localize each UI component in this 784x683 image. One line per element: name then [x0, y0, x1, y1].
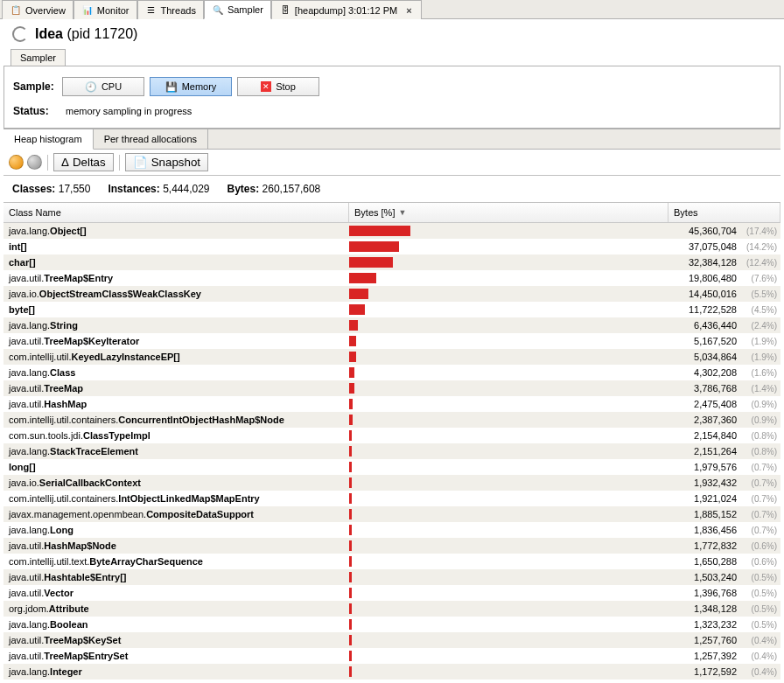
bytes-pct: (0.9%) — [740, 415, 777, 425]
table-row[interactable]: long[]1,979,576(0.7%) — [4, 459, 780, 475]
table-row[interactable]: java.util.Hashtable$Entry[]1,503,240(0.5… — [4, 569, 780, 585]
snapshot-button[interactable]: 📄Snapshot — [125, 153, 208, 171]
close-icon[interactable]: × — [404, 5, 413, 16]
bytes-value: 1,885,152 — [694, 509, 737, 519]
refresh-icon[interactable] — [12, 26, 28, 42]
bytes-value: 1,396,768 — [694, 588, 737, 598]
cell-bar — [349, 509, 668, 519]
table-row[interactable]: int[]37,075,048(14.2%) — [4, 239, 780, 254]
subtab-sampler[interactable]: Sampler — [10, 49, 66, 66]
bytes-bar — [349, 509, 352, 519]
cell-bar — [349, 289, 668, 299]
bytes-bar — [349, 273, 376, 283]
bytes-value: 11,722,528 — [689, 304, 737, 315]
cell-bytes: 1,921,024(0.7%) — [668, 493, 780, 504]
bytes-value: 19,806,480 — [689, 273, 737, 283]
table-row[interactable]: java.lang.Long1,836,456(0.7%) — [4, 522, 780, 538]
table-row[interactable]: javax.management.openmbean.CompositeData… — [4, 506, 780, 522]
table-row[interactable]: java.lang.Integer1,172,592(0.4%) — [4, 664, 780, 680]
cell-bytes: 1,503,240(0.5%) — [668, 572, 780, 582]
bytes-value: 1,650,288 — [694, 556, 737, 567]
bytes-pct: (1.9%) — [740, 337, 777, 346]
cell-bytes: 37,075,048(14.2%) — [668, 241, 780, 252]
table-row[interactable]: java.io.SerialCallbackContext1,932,432(0… — [4, 475, 780, 491]
section-tabs: Heap histogram Per thread allocations — [4, 129, 780, 150]
cell-classname: com.intellij.util.containers.ConcurrentI… — [4, 415, 349, 425]
stats-row: Classes: 17,550 Instances: 5,444,029 Byt… — [4, 176, 780, 203]
table-row[interactable]: java.lang.Boolean1,323,232(0.5%) — [4, 617, 780, 632]
cell-classname: java.lang.Object[] — [4, 226, 349, 236]
stop-button[interactable]: ✕Stop — [237, 77, 319, 96]
table-row[interactable]: java.lang.Object[]45,360,704(17.4%) — [4, 223, 780, 239]
table-row[interactable]: java.util.TreeMap$KeySet1,257,760(0.4%) — [4, 632, 780, 648]
pause-button[interactable] — [27, 155, 42, 170]
col-bytes[interactable]: Bytes — [668, 203, 780, 222]
tab-sampler[interactable]: 🔍Sampler — [204, 0, 271, 19]
tab-monitor[interactable]: 📊Monitor — [74, 0, 137, 19]
tab-per-thread[interactable]: Per thread allocations — [94, 129, 208, 149]
table-row[interactable]: java.io.ObjectStreamClass$WeakClassKey14… — [4, 286, 780, 302]
bytes-pct: (5.5%) — [740, 289, 777, 299]
tab-threads[interactable]: ☰Threads — [137, 0, 204, 19]
tab-heap-histogram[interactable]: Heap histogram — [4, 129, 94, 150]
bytes-pct: (0.7%) — [740, 494, 777, 504]
cell-classname: com.intellij.util.text.ByteArrayCharSequ… — [4, 556, 349, 567]
table-row[interactable]: com.sun.tools.jdi.ClassTypeImpl2,154,840… — [4, 428, 780, 443]
bytes-bar — [349, 477, 352, 488]
table-row[interactable]: com.intellij.util.containers.IntObjectLi… — [4, 491, 780, 506]
deltas-button[interactable]: ΔDeltas — [53, 153, 114, 171]
bytes-bar — [349, 304, 365, 315]
bytes-value: 1,921,024 — [694, 493, 737, 504]
cell-classname: char[] — [4, 257, 349, 268]
separator — [119, 155, 120, 171]
bytes-value: 1,503,240 — [694, 572, 737, 582]
table-row[interactable]: java.util.HashMap$Node1,772,832(0.6%) — [4, 538, 780, 554]
cell-bytes: 32,384,128(12.4%) — [668, 257, 780, 268]
table-row[interactable]: char[]32,384,128(12.4%) — [4, 254, 780, 270]
cell-classname: java.util.HashMap$Node — [4, 540, 349, 551]
cell-bar — [349, 493, 668, 504]
tab-label: [heapdump] 3:01:12 PM — [295, 5, 397, 16]
table-row[interactable]: java.util.TreeMap$Entry19,806,480(7.6%) — [4, 270, 780, 286]
table-row[interactable]: java.util.Vector1,396,768(0.5%) — [4, 585, 780, 601]
col-bytes-pct[interactable]: Bytes [%]▼ — [349, 203, 668, 222]
bytes-bar — [349, 257, 393, 268]
tab-heapdump[interactable]: 🗄[heapdump] 3:01:12 PM× — [271, 0, 422, 19]
table-row[interactable]: java.util.TreeMap$KeyIterator5,167,520(1… — [4, 333, 780, 349]
instances-value: 5,444,029 — [163, 183, 209, 195]
cpu-button[interactable]: 🕘CPU — [62, 77, 144, 96]
cell-classname: java.util.HashMap — [4, 399, 349, 409]
table-row[interactable]: com.intellij.util.containers.ConcurrentI… — [4, 412, 780, 428]
table-row[interactable]: org.jdom.Attribute1,348,128(0.5%) — [4, 601, 780, 617]
table-row[interactable]: com.intellij.util.text.ByteArrayCharSequ… — [4, 554, 780, 569]
bytes-pct: (0.8%) — [740, 447, 777, 456]
table-row[interactable]: java.lang.String6,436,440(2.4%) — [4, 317, 780, 333]
cell-bytes: 1,885,152(0.7%) — [668, 509, 780, 519]
cell-bar — [349, 525, 668, 535]
record-button[interactable] — [9, 155, 24, 170]
memory-button[interactable]: 💾Memory — [150, 77, 232, 96]
bytes-value: 1,348,128 — [694, 603, 737, 614]
bytes-pct: (12.4%) — [740, 258, 777, 268]
table-row[interactable]: java.lang.StackTraceElement2,151,264(0.8… — [4, 443, 780, 459]
table-row[interactable]: java.util.TreeMap$EntrySet1,257,392(0.4%… — [4, 648, 780, 664]
cell-bar — [349, 383, 668, 394]
cell-bar — [349, 556, 668, 567]
cell-bar — [349, 572, 668, 582]
threads-icon: ☰ — [145, 4, 158, 17]
table-row[interactable]: java.util.HashMap2,475,408(0.9%) — [4, 396, 780, 412]
cell-classname: java.io.SerialCallbackContext — [4, 477, 349, 488]
table-row[interactable]: java.util.TreeMap3,786,768(1.4%) — [4, 380, 780, 396]
sample-label: Sample: — [13, 80, 62, 93]
bytes-value: 2,151,264 — [694, 446, 737, 456]
bytes-value: 2,475,408 — [694, 399, 737, 409]
col-classname[interactable]: Class Name — [4, 203, 349, 222]
bytes-pct: (0.4%) — [740, 652, 777, 661]
bytes-value: 3,786,768 — [694, 383, 737, 394]
tab-overview[interactable]: 📋Overview — [2, 0, 74, 19]
cell-classname: java.lang.Class — [4, 367, 349, 378]
table-row[interactable]: java.lang.Class4,302,208(1.6%) — [4, 365, 780, 380]
status-text: memory sampling in progress — [66, 106, 192, 116]
table-row[interactable]: byte[]11,722,528(4.5%) — [4, 302, 780, 317]
table-row[interactable]: com.intellij.util.KeyedLazyInstanceEP[]5… — [4, 349, 780, 365]
